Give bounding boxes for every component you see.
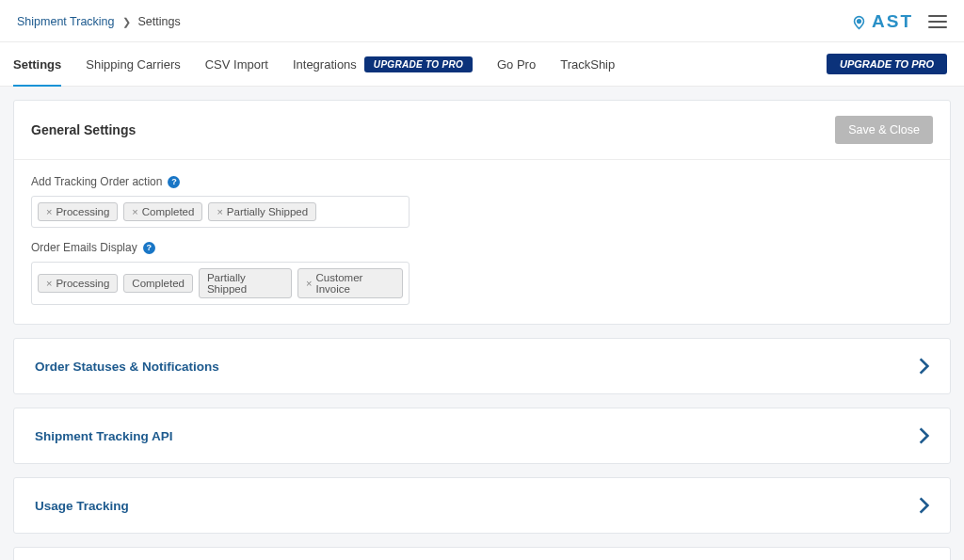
save-close-button[interactable]: Save & Close <box>835 116 933 144</box>
breadcrumb: Shipment Tracking ❯ Settings <box>17 15 181 28</box>
hamburger-menu-icon[interactable] <box>928 15 947 28</box>
accordion-title-text: Usage Tracking <box>35 499 129 513</box>
chip-processing: × Processing <box>38 274 118 293</box>
topbar-right: AST <box>851 11 947 32</box>
tab-shipping-carriers[interactable]: Shipping Carriers <box>86 42 180 86</box>
accordion-title: Order Statuses & Notifications <box>35 360 219 374</box>
tab-go-pro[interactable]: Go Pro <box>497 42 536 86</box>
panel-title: General Settings <box>31 122 136 137</box>
chip-remove-icon[interactable]: × <box>46 206 52 217</box>
location-pin-icon <box>851 13 867 32</box>
field-add-tracking-order-action: Add Tracking Order action ? × Processing… <box>31 175 933 228</box>
chip-partially-shipped: × Partially Shipped <box>208 202 316 221</box>
chevron-right-icon <box>919 358 929 375</box>
panel-header: General Settings Save & Close <box>14 101 950 160</box>
chip-completed: × Completed <box>123 202 202 221</box>
tabs-row: Settings Shipping Carriers CSV Import In… <box>0 41 964 87</box>
chip-remove-icon[interactable]: × <box>306 278 312 289</box>
accordion-title-text: Shipment Tracking API <box>35 429 173 443</box>
chip-processing: × Processing <box>38 202 118 221</box>
accordion-usage-tracking[interactable]: Usage Tracking <box>13 477 951 534</box>
chip-completed: Completed <box>123 274 193 293</box>
upgrade-pro-badge: UPGRADE TO PRO <box>364 56 473 72</box>
logo-text: AST <box>872 11 913 32</box>
accordion-shipment-tracking-api[interactable]: Shipment Tracking API <box>13 408 951 464</box>
accordion-title: Usage Tracking <box>35 499 129 513</box>
tab-settings[interactable]: Settings <box>13 42 61 86</box>
tabs: Settings Shipping Carriers CSV Import In… <box>13 42 615 86</box>
field-order-emails-display: Order Emails Display ? × Processing Comp… <box>31 241 933 305</box>
topbar: Shipment Tracking ❯ Settings AST <box>0 0 964 41</box>
logo[interactable]: AST <box>851 11 913 32</box>
panel-body: Add Tracking Order action ? × Processing… <box>14 160 950 324</box>
tab-label: Shipping Carriers <box>86 57 180 72</box>
tab-trackship[interactable]: TrackShip <box>560 42 615 86</box>
content: General Settings Save & Close Add Tracki… <box>0 87 964 560</box>
field-label-text: Add Tracking Order action <box>31 175 162 188</box>
chip-remove-icon[interactable]: × <box>46 278 52 289</box>
tab-integrations[interactable]: Integrations UPGRADE TO PRO <box>293 42 473 86</box>
chip-label: Partially Shipped <box>227 206 308 217</box>
chip-remove-icon[interactable]: × <box>132 206 137 217</box>
tab-csv-import[interactable]: CSV Import <box>205 42 268 86</box>
help-icon[interactable]: ? <box>143 242 155 254</box>
general-settings-panel: General Settings Save & Close Add Tracki… <box>13 100 951 325</box>
chip-input[interactable]: × Processing × Completed × Partially Shi… <box>31 196 410 228</box>
help-icon[interactable]: ? <box>168 176 180 188</box>
field-label: Add Tracking Order action ? <box>31 175 933 188</box>
chip-label: Completed <box>142 206 195 217</box>
field-label: Order Emails Display ? <box>31 241 933 254</box>
chip-label: Customer Invoice <box>316 272 394 295</box>
field-label-text: Order Emails Display <box>31 241 137 254</box>
chip-partially-shipped: Partially Shipped <box>199 268 292 298</box>
chevron-right-icon <box>919 427 929 444</box>
svg-point-0 <box>858 20 861 24</box>
accordion-paypal-tracking[interactable]: PayPal Tracking UPGRADE TO PRO <box>13 547 951 560</box>
upgrade-pro-button[interactable]: UPGRADE TO PRO <box>827 54 947 74</box>
chip-customer-invoice: × Customer Invoice <box>297 268 403 298</box>
breadcrumb-root[interactable]: Shipment Tracking <box>17 15 115 28</box>
chip-label: Processing <box>56 278 109 289</box>
accordion-title-text: Order Statuses & Notifications <box>35 360 219 374</box>
chip-label: Completed <box>132 278 185 289</box>
tab-label: TrackShip <box>560 57 615 72</box>
chip-remove-icon[interactable]: × <box>217 206 222 217</box>
breadcrumb-current: Settings <box>138 15 181 28</box>
tab-label: Integrations <box>293 57 357 72</box>
chip-input[interactable]: × Processing Completed Partially Shipped… <box>31 262 410 305</box>
chip-label: Processing <box>56 206 109 217</box>
tab-label: Settings <box>13 57 61 72</box>
tab-label: Go Pro <box>497 57 536 72</box>
accordion-title: Shipment Tracking API <box>35 429 173 443</box>
accordion-order-statuses[interactable]: Order Statuses & Notifications <box>13 338 951 394</box>
tab-label: CSV Import <box>205 57 268 72</box>
chip-label: Partially Shipped <box>207 272 283 295</box>
chevron-right-icon <box>919 497 929 514</box>
chevron-right-icon: ❯ <box>122 16 131 28</box>
